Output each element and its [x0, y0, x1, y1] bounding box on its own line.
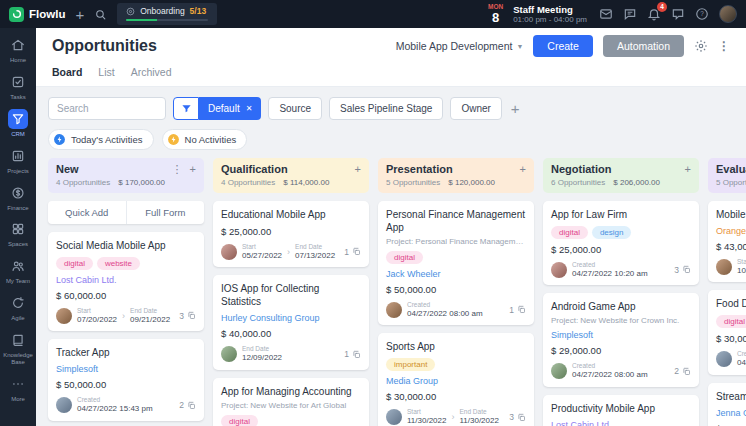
column-add-icon[interactable]: +: [190, 164, 196, 175]
comments-count[interactable]: 1: [344, 247, 361, 257]
default-filter-chip[interactable]: Default ✕: [199, 97, 261, 120]
more-options-icon[interactable]: ⋮: [718, 39, 730, 53]
opportunity-card-productivity-mobile-app[interactable]: Productivity Mobile AppLost Cabin Ltd.$ …: [543, 395, 699, 426]
start-date: 05/27/2022: [242, 251, 282, 261]
quick-filter-today-s-activities[interactable]: Today's Activities: [48, 129, 154, 150]
sidebar: Home Tasks CRM Projects Finance Spaces M…: [0, 28, 36, 426]
user-avatar[interactable]: [719, 5, 737, 23]
comments-count[interactable]: 1: [344, 349, 361, 359]
quick-add-bar: Quick Add Full Form: [48, 201, 204, 224]
filter-button-owner[interactable]: Owner: [450, 97, 501, 120]
opportunity-card-social-media-mobile-app[interactable]: Social Media Mobile AppdigitalwebsiteLos…: [48, 232, 204, 331]
opportunity-card-sports-app[interactable]: Sports AppimportantMedia Group$ 30,000.0…: [378, 333, 534, 426]
comments-count[interactable]: 3: [674, 265, 691, 275]
sidebar-item-knowledge-base[interactable]: Knowledge Base: [0, 326, 36, 370]
card-project: Project: New Website for Art Global: [221, 401, 361, 410]
chat-icon[interactable]: [623, 7, 637, 21]
tab-list[interactable]: List: [98, 66, 114, 78]
sidebar-item-finance[interactable]: Finance: [0, 179, 36, 216]
filter-button-source[interactable]: Source: [268, 97, 322, 120]
column-add-icon[interactable]: +: [685, 164, 691, 175]
comment-icon[interactable]: [671, 7, 685, 21]
quick-add-button[interactable]: Quick Add: [48, 201, 127, 224]
help-icon[interactable]: ?: [695, 7, 709, 21]
opportunity-card-app-for-managing-accounting[interactable]: App for Managing AccountingProject: New …: [213, 378, 369, 426]
opportunity-card-mobile-app[interactable]: Mobile AppOrange Tales$ 43,000.00Start10…: [708, 201, 746, 282]
sidebar-item-label: Finance: [7, 205, 28, 212]
filter-button-sales-pipeline-stage[interactable]: Sales Pipeline Stage: [329, 97, 443, 120]
comments-count[interactable]: 3: [179, 311, 196, 321]
column-add-icon[interactable]: +: [520, 164, 526, 175]
card-company-link[interactable]: Simplesoft: [56, 364, 196, 374]
sidebar-item-agile[interactable]: Agile: [0, 289, 36, 326]
quick-filter-no-activities[interactable]: No Activities: [162, 129, 248, 150]
column-count: 6 Opportunities: [551, 178, 605, 187]
opportunity-card-android-game-app[interactable]: Android Game AppProject: New Website for…: [543, 293, 699, 386]
card-company-link[interactable]: Jack Wheeler: [386, 269, 526, 279]
column-header: Negotiation + 6 Opportunities $ 206,000.…: [543, 158, 699, 193]
comments-count[interactable]: 1: [509, 305, 526, 315]
sidebar-item-more[interactable]: More: [0, 370, 36, 407]
comments-count[interactable]: 3: [509, 412, 526, 422]
opportunity-card-streaming-app[interactable]: Streaming AppJenna Grove$ 08,000.00: [708, 383, 746, 426]
upcoming-event[interactable]: Staff Meeting 01:00 pm - 04:00 pm: [513, 4, 587, 25]
sidebar-item-home[interactable]: Home: [0, 31, 36, 68]
card-company-link[interactable]: Lost Cabin Ltd.: [551, 420, 691, 426]
mail-icon[interactable]: [599, 7, 613, 21]
onboarding-label: Onboarding: [140, 6, 184, 16]
card-company-link[interactable]: Media Group: [386, 376, 526, 386]
column-add-icon[interactable]: +: [355, 164, 361, 175]
column-name: Negotiation: [551, 163, 612, 175]
opportunity-card-educational-mobile-app[interactable]: Educational Mobile App$ 25,000.00Start05…: [213, 201, 369, 267]
notification-badge: 4: [657, 2, 667, 12]
date-label: Created: [737, 350, 746, 358]
opportunity-card-ios-app-for-collecting-statistics[interactable]: IOS App for Collecting StatisticsHurley …: [213, 275, 369, 369]
sidebar-item-my-team[interactable]: My Team: [0, 252, 36, 289]
search-input[interactable]: [48, 97, 166, 120]
tab-archived[interactable]: Archived: [131, 66, 172, 78]
comments-count[interactable]: 2: [674, 366, 691, 376]
add-filter-icon[interactable]: +: [511, 101, 520, 116]
tab-board[interactable]: Board: [52, 66, 82, 78]
copy-icon: [352, 247, 361, 256]
opportunity-card-app-for-law-firm[interactable]: App for Law Firmdigitaldesign$ 25,000.00…: [543, 201, 699, 285]
team-icon: [8, 256, 28, 276]
card-title: Food Delivery: [716, 297, 746, 310]
notifications-bell-icon[interactable]: 4: [647, 7, 661, 21]
card-company-link[interactable]: Lost Cabin Ltd.: [56, 275, 196, 285]
card-company-link[interactable]: Jenna Grove: [716, 408, 746, 418]
global-add-icon[interactable]: +: [75, 7, 84, 22]
filter-funnel-icon[interactable]: [173, 97, 199, 120]
sidebar-item-tasks[interactable]: Tasks: [0, 68, 36, 105]
quick-filter-label: No Activities: [185, 134, 237, 145]
home-icon: [8, 35, 28, 55]
opportunity-card-food-delivery[interactable]: Food Deliverydigital$ 30,000.00Created04…: [708, 290, 746, 374]
create-button[interactable]: Create: [533, 35, 593, 57]
column-menu-icon[interactable]: ⋮: [172, 164, 183, 175]
kanban-column-presentation: Presentation + 5 Opportunities $ 120,000…: [378, 158, 534, 426]
close-icon[interactable]: ✕: [246, 104, 253, 113]
calendar-date[interactable]: Mon 8: [488, 4, 503, 25]
full-form-button[interactable]: Full Form: [127, 201, 205, 224]
flowlu-home-link[interactable]: Flowlu: [9, 7, 65, 22]
comments-count[interactable]: 2: [179, 400, 196, 410]
sidebar-item-projects[interactable]: Projects: [0, 142, 36, 179]
sidebar-item-spaces[interactable]: Spaces: [0, 215, 36, 252]
opportunity-card-tracker-app[interactable]: Tracker AppSimplesoft$ 50,000.00Created0…: [48, 339, 204, 420]
automation-button[interactable]: Automation: [603, 35, 684, 57]
tag-website: website: [97, 257, 140, 270]
opportunity-card-personal-finance-management-app[interactable]: Personal Finance Management AppProject: …: [378, 201, 534, 325]
sidebar-item-crm[interactable]: CRM: [0, 105, 36, 142]
settings-gear-icon[interactable]: [694, 39, 708, 53]
date-label: End Date: [130, 307, 170, 315]
search-icon[interactable]: [94, 8, 107, 21]
copy-icon: [187, 401, 196, 410]
svg-text:?: ?: [700, 10, 704, 17]
onboarding-progress[interactable]: Onboarding 5/13: [117, 3, 217, 25]
card-company-link[interactable]: Simplesoft: [551, 330, 691, 340]
chevron-down-icon: ▼: [516, 43, 523, 50]
card-company-link[interactable]: Orange Tales: [716, 226, 746, 236]
card-company-link[interactable]: Hurley Consulting Group: [221, 313, 361, 323]
pipeline-selector[interactable]: Mobile App Development ▼: [396, 40, 524, 52]
sidebar-item-label: Home: [10, 57, 26, 64]
